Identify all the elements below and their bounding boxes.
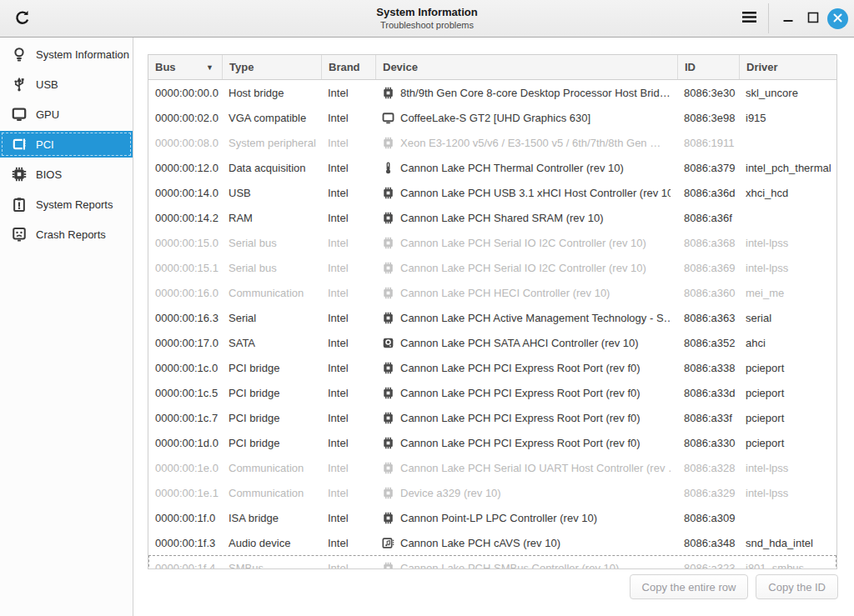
table-row[interactable]: 0000:00:16.3SerialIntelCannon Lake PCH A…	[148, 305, 836, 330]
table-row[interactable]: 0000:00:15.0Serial busIntelCannon Lake P…	[148, 230, 836, 255]
cell-bus: 0000:00:1d.0	[148, 437, 222, 449]
column-header-bus[interactable]: Bus▼	[148, 55, 222, 79]
usb-icon	[12, 77, 27, 92]
device-name: Cannon Lake PCH SMBus Controller (rev 10…	[400, 562, 619, 569]
cell-device: 8th/9th Gen Core 8-core Desktop Processo…	[375, 87, 677, 99]
table-row[interactable]: 0000:00:00.0Host bridgeIntel8th/9th Gen …	[148, 80, 836, 105]
column-header-brand[interactable]: Brand	[321, 55, 375, 79]
cell-driver: pcieport	[739, 412, 836, 424]
table-header: Bus▼TypeBrandDeviceIDDriver	[148, 55, 836, 80]
device-name: Cannon Lake PCH Serial IO I2C Controller…	[400, 262, 646, 274]
titlebar-separator	[768, 3, 769, 33]
cell-type: RAM	[222, 212, 321, 224]
table-row[interactable]: 0000:00:1c.7PCI bridgeIntelCannon Lake P…	[148, 405, 836, 430]
column-header-label: Brand	[329, 61, 360, 73]
table-row[interactable]: 0000:00:12.0Data acquisitionIntelCannon …	[148, 155, 836, 180]
table-row[interactable]: 0000:00:1e.0CommunicationIntelCannon Lak…	[148, 455, 836, 480]
cell-driver: i801_smbus	[739, 562, 836, 569]
chip-icon	[382, 287, 394, 299]
cell-bus: 0000:00:1c.7	[148, 412, 222, 424]
cell-device: CoffeeLake-S GT2 [UHD Graphics 630]	[375, 112, 677, 124]
display-icon	[382, 112, 394, 124]
cell-device: Cannon Lake PCH PCI Express Root Port (r…	[375, 362, 677, 374]
cell-type: SATA	[222, 337, 321, 349]
sort-descending-icon: ▼	[206, 63, 215, 72]
cell-driver: intel_pch_thermal	[739, 162, 836, 174]
column-header-label: ID	[685, 61, 696, 73]
table-row[interactable]: 0000:00:1f.4SMBusIntelCannon Lake PCH SM…	[148, 555, 836, 568]
sidebar-item-usb[interactable]: USB	[0, 71, 133, 98]
column-header-type[interactable]: Type	[222, 55, 321, 79]
table-row[interactable]: 0000:00:16.0CommunicationIntelCannon Lak…	[148, 280, 836, 305]
device-name: Cannon Lake PCH Shared SRAM (rev 10)	[400, 212, 604, 224]
cell-device: Cannon Lake PCH PCI Express Root Port (r…	[375, 437, 677, 449]
cell-brand: Intel	[321, 337, 375, 349]
copy-entire-row-button[interactable]: Copy the entire row	[630, 574, 749, 599]
sidebar-item-crash-reports[interactable]: Crash Reports	[0, 221, 133, 248]
device-name: Cannon Lake PCH USB 3.1 xHCI Host Contro…	[400, 187, 671, 199]
table-row[interactable]: 0000:00:15.1Serial busIntelCannon Lake P…	[148, 255, 836, 280]
table-row[interactable]: 0000:00:1f.3Audio deviceIntelCannon Lake…	[148, 530, 836, 555]
table-row[interactable]: 0000:00:1d.0PCI bridgeIntelCannon Lake P…	[148, 430, 836, 455]
sidebar-item-pci[interactable]: PCI	[0, 131, 133, 158]
cell-type: PCI bridge	[222, 412, 321, 424]
cell-device: Cannon Lake PCH Serial IO I2C Controller…	[375, 237, 677, 249]
table-row[interactable]: 0000:00:1c.5PCI bridgeIntelCannon Lake P…	[148, 380, 836, 405]
close-button[interactable]	[827, 8, 848, 29]
table-row[interactable]: 0000:00:17.0SATAIntelCannon Lake PCH SAT…	[148, 330, 836, 355]
refresh-button[interactable]	[12, 8, 33, 30]
pci-card-icon	[12, 137, 27, 152]
table-row[interactable]: 0000:00:14.0USBIntelCannon Lake PCH USB …	[148, 180, 836, 205]
cell-bus: 0000:00:15.1	[148, 262, 222, 274]
cell-id: 8086:a323	[677, 562, 739, 569]
cell-id: 8086:1911	[677, 137, 739, 149]
column-header-driver[interactable]: Driver	[739, 55, 836, 79]
cell-device: Cannon Lake PCH HECI Controller (rev 10)	[375, 287, 677, 299]
maximize-button[interactable]	[802, 8, 824, 29]
cell-brand: Intel	[321, 212, 375, 224]
cell-device: Cannon Lake PCH SATA AHCI Controller (re…	[375, 337, 677, 349]
table-row[interactable]: 0000:00:1c.0PCI bridgeIntelCannon Lake P…	[148, 355, 836, 380]
cell-brand: Intel	[321, 237, 375, 249]
device-name: Cannon Point-LP LPC Controller (rev 10)	[400, 512, 597, 524]
audio-card-icon	[382, 537, 394, 549]
table-row[interactable]: 0000:00:08.0System peripheralIntelXeon E…	[148, 130, 836, 155]
app-window: System Information Troubleshoot problems	[0, 0, 854, 616]
cell-device: Cannon Lake PCH Thermal Controller (rev …	[375, 162, 677, 174]
cell-driver: mei_me	[739, 287, 836, 299]
table-row[interactable]: 0000:00:14.2RAMIntelCannon Lake PCH Shar…	[148, 205, 836, 230]
table-row[interactable]: 0000:00:1e.1CommunicationIntelDevice a32…	[148, 480, 836, 505]
cell-bus: 0000:00:1c.5	[148, 387, 222, 399]
cell-brand: Intel	[321, 487, 375, 499]
sidebar-item-system-reports[interactable]: System Reports	[0, 191, 133, 218]
device-name: Device a329 (rev 10)	[400, 487, 501, 499]
cell-device: Cannon Lake PCH Shared SRAM (rev 10)	[375, 212, 677, 224]
column-header-device[interactable]: Device	[375, 55, 677, 79]
cell-type: Serial bus	[222, 237, 321, 249]
sidebar-item-bios[interactable]: BIOS	[0, 161, 133, 188]
minimize-button[interactable]	[777, 8, 799, 29]
cell-type: USB	[222, 187, 321, 199]
minimize-icon	[782, 12, 794, 26]
cell-type: Host bridge	[222, 87, 321, 99]
cell-brand: Intel	[321, 112, 375, 124]
cell-device: Cannon Lake PCH PCI Express Root Port (r…	[375, 412, 677, 424]
sidebar-item-system-information[interactable]: System Information	[0, 41, 133, 68]
chip-icon	[382, 187, 394, 199]
device-name: 8th/9th Gen Core 8-core Desktop Processo…	[400, 87, 671, 99]
column-header-id[interactable]: ID	[677, 55, 739, 79]
cell-device: Cannon Lake PCH cAVS (rev 10)	[375, 537, 677, 549]
sidebar-item-gpu[interactable]: GPU	[0, 101, 133, 128]
copy-id-button[interactable]: Copy the ID	[756, 574, 838, 599]
cell-device: Cannon Lake PCH Active Management Techno…	[375, 312, 677, 324]
table-row[interactable]: 0000:00:02.0VGA compatibleIntelCoffeeLak…	[148, 105, 836, 130]
menu-button[interactable]	[735, 6, 763, 31]
cell-brand: Intel	[321, 462, 375, 474]
table-row[interactable]: 0000:00:1f.0ISA bridgeIntelCannon Point-…	[148, 505, 836, 530]
chip-icon	[382, 87, 394, 99]
cell-driver: skl_uncore	[739, 87, 836, 99]
cell-id: 8086:a36f	[677, 212, 739, 224]
cell-bus: 0000:00:17.0	[148, 337, 222, 349]
cell-bus: 0000:00:1e.1	[148, 487, 222, 499]
cell-driver: intel-lpss	[739, 462, 836, 474]
